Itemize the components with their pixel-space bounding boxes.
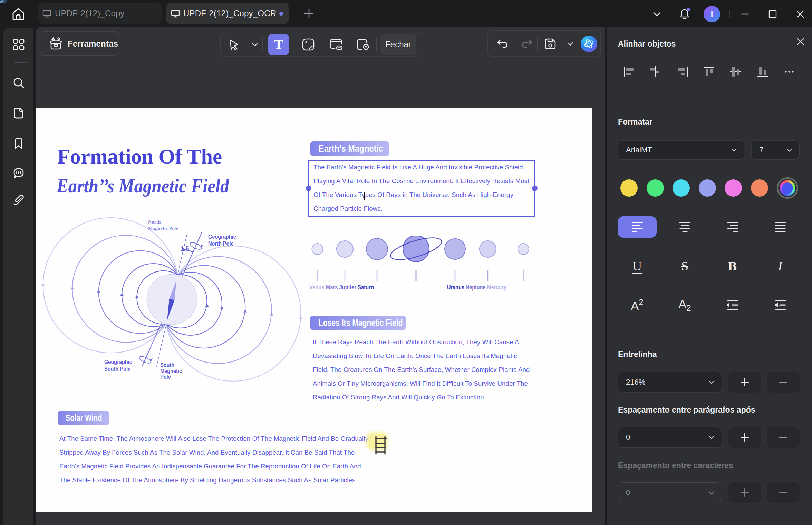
select-tool-button[interactable] bbox=[221, 38, 248, 51]
align-center-v-button[interactable] bbox=[729, 66, 742, 78]
image-icon bbox=[301, 37, 316, 52]
close-icon bbox=[796, 37, 805, 46]
font-size-select[interactable]: 7 bbox=[751, 140, 800, 160]
ai-logo-icon bbox=[581, 36, 597, 52]
resize-handle-left[interactable] bbox=[306, 186, 311, 191]
align-right-button[interactable] bbox=[676, 66, 689, 78]
subscript-button[interactable]: A2 bbox=[665, 294, 704, 316]
text-tool-button[interactable]: T bbox=[263, 34, 294, 55]
strikethrough-button[interactable]: S bbox=[665, 255, 704, 277]
strikethrough-glyph: S bbox=[681, 258, 688, 274]
doc-title-line2: Earth’’s Magnetic Field bbox=[57, 176, 229, 196]
color-yellow[interactable] bbox=[620, 179, 638, 197]
label-geographic-north-pole: Geographic North Pole bbox=[208, 234, 236, 247]
more-align-button[interactable] bbox=[783, 66, 795, 78]
para-spacing-select[interactable]: 0 bbox=[618, 427, 722, 448]
minimize-button[interactable] bbox=[737, 6, 753, 22]
underline-button[interactable]: U bbox=[618, 255, 657, 277]
document-icon bbox=[12, 107, 25, 120]
save-button[interactable] bbox=[538, 37, 563, 51]
paragraph-align-row bbox=[618, 216, 801, 238]
align-center-h-button[interactable] bbox=[649, 66, 662, 78]
minimize-icon bbox=[740, 9, 750, 19]
bookmark-icon bbox=[12, 137, 25, 150]
text-align-left-button[interactable] bbox=[618, 216, 657, 238]
redo-button[interactable] bbox=[517, 37, 537, 51]
close-icon bbox=[795, 9, 805, 19]
color-wheel-icon bbox=[780, 180, 795, 196]
text-align-center-button[interactable] bbox=[665, 216, 704, 238]
align-top-button[interactable] bbox=[703, 66, 715, 78]
chevron-down-icon bbox=[251, 40, 259, 49]
color-green[interactable] bbox=[647, 179, 664, 197]
color-periwinkle[interactable] bbox=[699, 179, 716, 197]
sidebar-attachments-button[interactable] bbox=[3, 189, 33, 211]
maximize-button[interactable] bbox=[764, 6, 781, 22]
superscript-button[interactable]: A2 bbox=[618, 294, 657, 316]
resize-handle-right[interactable] bbox=[532, 186, 538, 191]
text-align-right-icon bbox=[726, 221, 740, 233]
para-spacing-decrease-button[interactable] bbox=[767, 427, 800, 448]
sidebar-bookmarks-button[interactable] bbox=[3, 132, 33, 155]
color-pink[interactable] bbox=[725, 179, 742, 197]
avatar[interactable]: I bbox=[704, 6, 720, 22]
superscript-glyph: A2 bbox=[631, 297, 643, 313]
para-spacing-increase-button[interactable] bbox=[728, 427, 761, 448]
superscript-base: A bbox=[631, 299, 639, 312]
close-edit-button[interactable]: Fechar bbox=[380, 34, 416, 55]
image-tool-button[interactable] bbox=[294, 37, 322, 52]
label-south-magnetic-pole: South Magnetic Pole bbox=[160, 362, 182, 380]
line-spacing-value: 216% bbox=[626, 378, 708, 387]
align-bottom-button[interactable] bbox=[756, 66, 769, 78]
text-cursor bbox=[364, 192, 365, 200]
tools-button[interactable]: Ferramentas bbox=[39, 31, 119, 56]
home-button[interactable] bbox=[10, 6, 27, 22]
sidebar-search-button[interactable] bbox=[3, 72, 33, 94]
ladder-annotation[interactable] bbox=[373, 436, 388, 455]
font-family-select[interactable]: ArialMT bbox=[618, 140, 744, 160]
custom-color-button[interactable] bbox=[777, 177, 798, 199]
text-align-justify-button[interactable] bbox=[761, 216, 800, 238]
chevron-down-icon bbox=[708, 434, 715, 441]
line-spacing-decrease-button[interactable] bbox=[767, 372, 800, 393]
close-panel-button[interactable] bbox=[794, 36, 807, 48]
close-edit-label: Fechar bbox=[385, 40, 411, 49]
select-tool-dropdown[interactable] bbox=[248, 40, 262, 49]
decrease-indent-button[interactable] bbox=[713, 294, 752, 316]
panel-divider bbox=[617, 329, 803, 329]
sidebar-pages-button[interactable] bbox=[3, 102, 33, 124]
panel-divider bbox=[617, 97, 803, 97]
increase-indent-button[interactable] bbox=[761, 294, 800, 316]
new-tab-button[interactable] bbox=[301, 6, 317, 21]
link-tool-button[interactable] bbox=[322, 37, 350, 52]
align-left-button[interactable] bbox=[623, 66, 635, 78]
notifications-button[interactable] bbox=[676, 6, 693, 22]
undo-button[interactable] bbox=[488, 37, 517, 51]
search-icon bbox=[12, 76, 26, 90]
ai-assistant-button[interactable] bbox=[578, 36, 600, 52]
tab-updf-copy[interactable]: UPDF-2(12)_Copy bbox=[38, 3, 162, 24]
sidebar-apps-button[interactable] bbox=[3, 33, 33, 56]
bold-button[interactable]: B bbox=[713, 255, 752, 277]
minus-icon bbox=[778, 432, 789, 443]
stamp-tool-button[interactable] bbox=[350, 37, 376, 52]
planet-label: Saturn bbox=[358, 284, 374, 291]
section-badge-loses-field: Loses Its Magnetic Field bbox=[310, 316, 406, 330]
close-edit-wrap: Fechar bbox=[377, 34, 420, 55]
close-window-button[interactable] bbox=[792, 6, 809, 22]
color-cyan[interactable] bbox=[673, 179, 690, 197]
script-indent-row: A2 A2 bbox=[618, 294, 801, 316]
para-spacing-value: 0 bbox=[626, 433, 708, 442]
sidebar-comments-button[interactable] bbox=[3, 162, 33, 185]
line-spacing-select[interactable]: 216% bbox=[618, 372, 722, 393]
selected-text-box[interactable]: The Earth's Magnetic Field Is Like A Hug… bbox=[308, 160, 535, 217]
tab-updf-copy-ocr[interactable]: UPDF-2(12)_Copy_OCR bbox=[166, 3, 289, 24]
italic-button[interactable]: I bbox=[761, 255, 800, 277]
document-pin-icon bbox=[356, 37, 370, 52]
save-dropdown[interactable] bbox=[563, 40, 578, 48]
color-orange[interactable] bbox=[751, 179, 768, 197]
line-spacing-increase-button[interactable] bbox=[728, 372, 761, 393]
window-menu-button[interactable] bbox=[649, 6, 665, 22]
text-align-right-button[interactable] bbox=[713, 216, 752, 238]
outdent-icon bbox=[726, 299, 740, 311]
